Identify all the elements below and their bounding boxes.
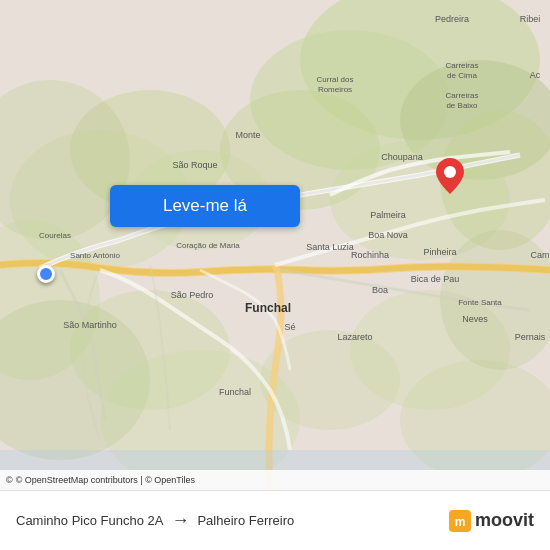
map-container: Pedreira Ribei Carreiras de Cima Ac Carr… (0, 0, 550, 490)
svg-text:Neves: Neves (462, 314, 488, 324)
route-arrow-icon: → (171, 510, 189, 531)
origin-marker (37, 265, 55, 283)
leve-me-la-button[interactable]: Leve-me lá (110, 185, 300, 227)
svg-text:Ac: Ac (530, 70, 541, 80)
svg-text:Rochinha: Rochinha (351, 250, 389, 260)
svg-point-52 (444, 166, 456, 178)
moovit-brand-text: moovit (475, 510, 534, 531)
svg-text:Funchal: Funchal (219, 387, 251, 397)
svg-text:Pinheira: Pinheira (423, 247, 456, 257)
svg-text:Funchal: Funchal (245, 301, 291, 315)
route-from-label: Caminho Pico Funcho 2A (16, 513, 163, 528)
route-to-label: Palheiro Ferreiro (197, 513, 294, 528)
moovit-logo-icon: m (449, 510, 471, 532)
svg-text:Cam: Cam (530, 250, 549, 260)
svg-text:Carreiras: Carreiras (446, 61, 479, 70)
svg-text:m: m (455, 515, 466, 529)
svg-text:Lazareto: Lazareto (337, 332, 372, 342)
svg-text:Curral dos: Curral dos (317, 75, 354, 84)
attribution-text: © OpenStreetMap contributors | © OpenTil… (16, 475, 195, 485)
svg-text:Carreiras: Carreiras (446, 91, 479, 100)
svg-text:Courelas: Courelas (39, 231, 71, 240)
bottom-bar: Caminho Pico Funcho 2A → Palheiro Ferrei… (0, 490, 550, 550)
svg-text:Pedreira: Pedreira (435, 14, 469, 24)
svg-text:Boa: Boa (372, 285, 388, 295)
map-attribution: © © OpenStreetMap contributors | © OpenT… (0, 470, 550, 490)
svg-text:Ribei: Ribei (520, 14, 541, 24)
svg-text:São Martinho: São Martinho (63, 320, 117, 330)
svg-text:de Baixo: de Baixo (446, 101, 478, 110)
svg-text:Monte: Monte (235, 130, 260, 140)
svg-text:Romeiros: Romeiros (318, 85, 352, 94)
svg-text:de Cima: de Cima (447, 71, 477, 80)
svg-text:Sé: Sé (284, 322, 295, 332)
svg-text:Fonte Santa: Fonte Santa (458, 298, 502, 307)
svg-text:Pernais: Pernais (515, 332, 546, 342)
copyright-icon: © (6, 475, 13, 485)
svg-text:Santo António: Santo António (70, 251, 120, 260)
svg-text:São Pedro: São Pedro (171, 290, 214, 300)
moovit-logo: m moovit (449, 510, 534, 532)
svg-text:Boa Nova: Boa Nova (368, 230, 408, 240)
svg-text:São Roque: São Roque (172, 160, 217, 170)
route-info: Caminho Pico Funcho 2A → Palheiro Ferrei… (16, 510, 449, 531)
svg-text:Coração de Maria: Coração de Maria (176, 241, 240, 250)
destination-marker (436, 158, 464, 198)
svg-text:Palmeira: Palmeira (370, 210, 406, 220)
svg-text:Santa Luzia: Santa Luzia (306, 242, 354, 252)
svg-text:Choupana: Choupana (381, 152, 423, 162)
svg-text:Bica de Pau: Bica de Pau (411, 274, 460, 284)
